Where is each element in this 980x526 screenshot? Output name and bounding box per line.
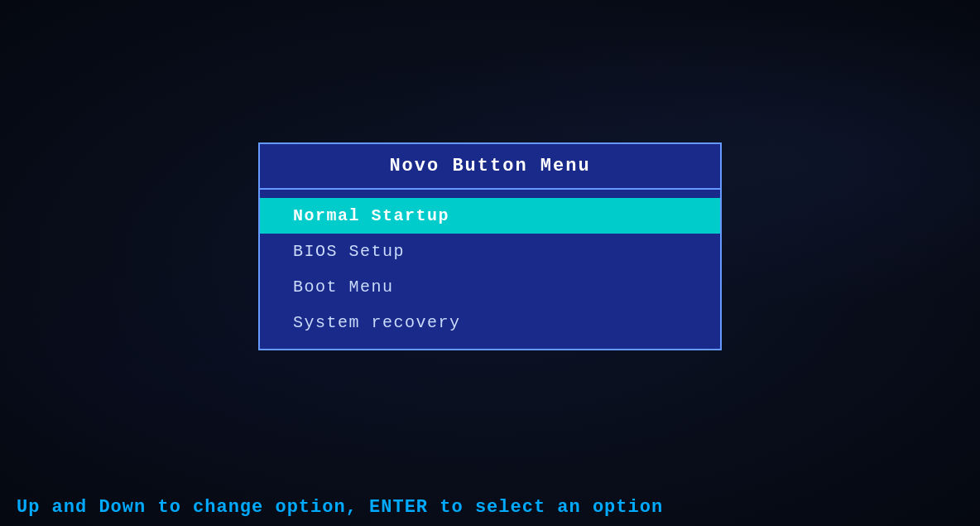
status-bar: Up and Down to change option, ENTER to s… [0, 489, 980, 526]
menu-item-boot-menu[interactable]: Boot Menu [260, 269, 720, 305]
menu-item-bios-setup[interactable]: BIOS Setup [260, 234, 720, 269]
menu-item-system-recovery[interactable]: System recovery [260, 305, 720, 340]
menu-item-normal-startup[interactable]: Normal Startup [260, 198, 720, 234]
novo-button-menu: Novo Button Menu Normal Startup BIOS Set… [258, 142, 722, 350]
menu-title: Novo Button Menu [260, 144, 720, 190]
menu-items-list: Normal Startup BIOS Setup Boot Menu Syst… [260, 190, 720, 349]
